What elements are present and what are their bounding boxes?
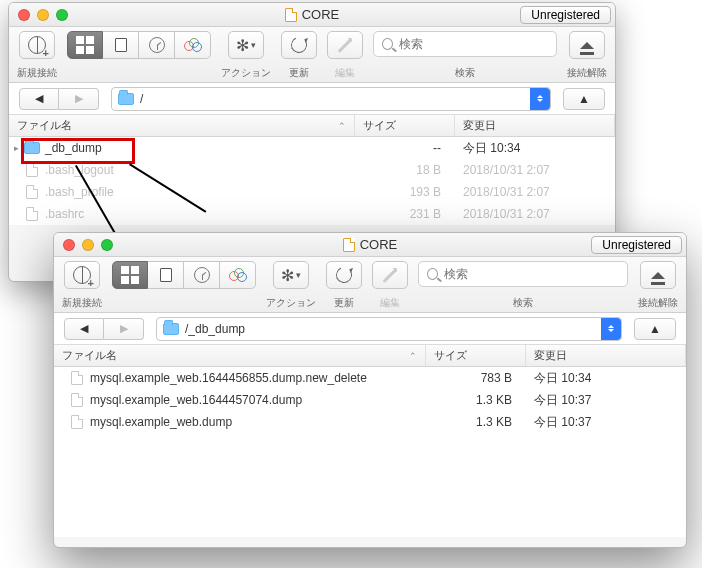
col-name: ファイル名⌃ — [9, 115, 355, 136]
ftp-window-dbdump: CORE Unregistered 新規接続 ✻▾ アクション 更新 — [53, 232, 687, 548]
file-icon — [26, 185, 38, 199]
folder-icon — [163, 323, 179, 335]
disconnect-button[interactable] — [640, 261, 676, 289]
document-icon — [343, 238, 355, 252]
action-menu-button[interactable]: ✻▾ — [273, 261, 309, 289]
file-name: mysql.example_web.1644457074.dump — [86, 393, 426, 407]
search-input[interactable] — [444, 267, 619, 281]
view-transfers-button[interactable] — [175, 31, 211, 59]
search-label: 検索 — [513, 296, 533, 310]
disconnect-button[interactable] — [569, 31, 605, 59]
disclosure-triangle-icon[interactable]: ▸ — [9, 143, 23, 153]
globe-plus-icon — [73, 266, 91, 284]
file-date: 2018/10/31 2:07 — [455, 185, 615, 199]
column-header[interactable]: ファイル名⌃ サイズ 変更日 — [9, 115, 615, 137]
titlebar[interactable]: CORE Unregistered — [9, 3, 615, 27]
edit-button[interactable] — [372, 261, 408, 289]
unregistered-badge[interactable]: Unregistered — [520, 6, 611, 24]
new-connection-button[interactable] — [19, 31, 55, 59]
eject-icon — [651, 265, 665, 279]
search-icon — [427, 268, 438, 280]
new-connection-button[interactable] — [64, 261, 100, 289]
gear-icon: ✻ — [281, 266, 294, 285]
file-icon — [71, 371, 83, 385]
globe-plus-icon — [28, 36, 46, 54]
disconnect-label: 接続解除 — [638, 296, 678, 310]
go-up-button[interactable]: ▲ — [634, 318, 676, 340]
view-bookmark-button[interactable] — [148, 261, 184, 289]
view-grid-button[interactable] — [67, 31, 103, 59]
file-row[interactable]: .bash_profile193 B2018/10/31 2:07 — [9, 181, 615, 203]
view-grid-button[interactable] — [112, 261, 148, 289]
nav-forward-button[interactable]: ▶ — [104, 318, 144, 340]
search-input[interactable] — [399, 37, 548, 51]
path-selector[interactable]: /_db_dump — [156, 317, 622, 341]
view-history-button[interactable] — [184, 261, 220, 289]
titlebar[interactable]: CORE Unregistered — [54, 233, 686, 257]
search-field[interactable] — [418, 261, 628, 287]
file-row[interactable]: mysql.example_web.1644456855.dump.new_de… — [54, 367, 686, 389]
path-text: /_db_dump — [185, 322, 245, 336]
unregistered-badge[interactable]: Unregistered — [591, 236, 682, 254]
pencil-icon — [338, 38, 353, 53]
col-date: 変更日 — [526, 345, 686, 366]
file-icon — [26, 163, 38, 177]
close-icon[interactable] — [18, 9, 30, 21]
col-date: 変更日 — [455, 115, 615, 136]
file-date: 今日 10:37 — [526, 414, 686, 431]
file-row[interactable]: mysql.example_web.1644457074.dump1.3 KB今… — [54, 389, 686, 411]
file-date: 今日 10:37 — [526, 392, 686, 409]
action-menu-button[interactable]: ✻▾ — [228, 31, 264, 59]
rings-icon — [184, 38, 202, 52]
reload-button[interactable] — [326, 261, 362, 289]
clock-icon — [194, 267, 210, 283]
go-up-button[interactable]: ▲ — [563, 88, 605, 110]
edit-button[interactable] — [327, 31, 363, 59]
file-size: 193 B — [355, 185, 455, 199]
file-icon — [71, 393, 83, 407]
search-icon — [382, 38, 393, 50]
nav-back-button[interactable]: ◀ — [19, 88, 59, 110]
file-date: 今日 10:34 — [455, 140, 615, 157]
file-date: 今日 10:34 — [526, 370, 686, 387]
view-bookmark-button[interactable] — [103, 31, 139, 59]
file-size: 231 B — [355, 207, 455, 221]
file-date: 2018/10/31 2:07 — [455, 207, 615, 221]
sort-asc-icon: ⌃ — [338, 121, 346, 131]
zoom-icon[interactable] — [101, 239, 113, 251]
search-field[interactable] — [373, 31, 557, 57]
path-dropdown-icon[interactable] — [530, 88, 550, 110]
path-text: / — [140, 92, 143, 106]
path-dropdown-icon[interactable] — [601, 318, 621, 340]
view-transfers-button[interactable] — [220, 261, 256, 289]
chevron-down-icon: ▾ — [251, 40, 256, 50]
column-header[interactable]: ファイル名⌃ サイズ 変更日 — [54, 345, 686, 367]
file-row[interactable]: mysql.example_web.dump1.3 KB今日 10:37 — [54, 411, 686, 433]
nav-forward-button[interactable]: ▶ — [59, 88, 99, 110]
reload-button[interactable] — [281, 31, 317, 59]
rings-icon — [229, 268, 247, 282]
document-icon — [285, 8, 297, 22]
file-size: 1.3 KB — [426, 415, 526, 429]
minimize-icon[interactable] — [37, 9, 49, 21]
path-selector[interactable]: / — [111, 87, 551, 111]
view-history-button[interactable] — [139, 31, 175, 59]
file-name: .bashrc — [41, 207, 355, 221]
search-label: 検索 — [455, 66, 475, 80]
file-size: -- — [355, 141, 455, 155]
col-name: ファイル名⌃ — [54, 345, 426, 366]
minimize-icon[interactable] — [82, 239, 94, 251]
edit-label: 編集 — [380, 296, 400, 310]
edit-label: 編集 — [335, 66, 355, 80]
pencil-icon — [383, 268, 398, 283]
file-list: ▸_db_dump--今日 10:34.bash_logout18 B2018/… — [9, 137, 615, 225]
book-icon — [115, 38, 127, 52]
chevron-down-icon: ▾ — [296, 270, 301, 280]
zoom-icon[interactable] — [56, 9, 68, 21]
action-label: アクション — [266, 296, 316, 310]
file-row[interactable]: .bash_logout18 B2018/10/31 2:07 — [9, 159, 615, 181]
file-row[interactable]: ▸_db_dump--今日 10:34 — [9, 137, 615, 159]
file-icon — [71, 415, 83, 429]
nav-back-button[interactable]: ◀ — [64, 318, 104, 340]
close-icon[interactable] — [63, 239, 75, 251]
